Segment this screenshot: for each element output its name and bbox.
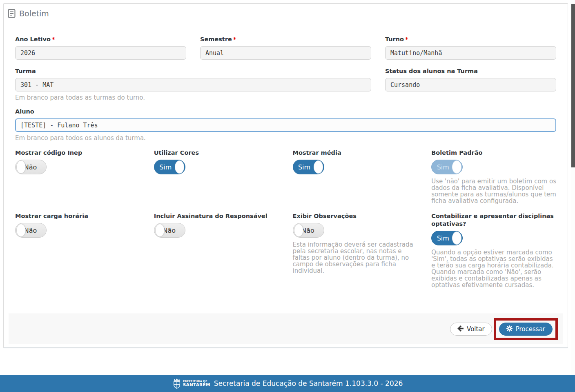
toggle-label: Incluir Assinatura do Responsável — [154, 212, 279, 220]
field-turma: Turma 301 - MAT Em branco para todas as … — [15, 67, 371, 101]
disciplinas-optativas-toggle[interactable]: Sim — [431, 231, 463, 245]
toggle-knob — [452, 160, 461, 174]
exibir-observacoes-toggle[interactable]: Não — [293, 223, 324, 238]
toggle-group-utilizar-cores: Utilizar Cores Sim — [154, 149, 279, 204]
toggle-group-mostrar-carga-horaria: Mostrar carga horária Não — [15, 212, 140, 288]
mostrar-carga-horaria-toggle[interactable]: Não — [15, 223, 47, 238]
field-semestre: Semestre* Anual — [200, 36, 371, 60]
toggle-knob — [175, 160, 184, 174]
vertical-scrollbar[interactable] — [571, 0, 575, 375]
toggle-knob — [294, 224, 303, 237]
field-label: Status dos alunos na Turma — [385, 67, 556, 75]
field-label: Aluno — [15, 108, 556, 116]
toggle-label: Exibir Observações — [293, 212, 418, 220]
prefeitura-santarem-logo: PREFEITURA DE SANTARÉM — [172, 378, 210, 389]
gear-icon — [506, 325, 513, 333]
boletim-card: Boletim Ano Letivo* 2026 Semestre* Anual… — [3, 3, 568, 348]
toggle-group-mostrar-codigo-inep: Mostrar código Inep Não — [15, 149, 140, 204]
toggle-knob — [16, 160, 26, 174]
toggle-group-exibir-observacoes: Exibir Observações Não Esta informação d… — [293, 212, 418, 288]
boletim-padrao-toggle: Sim — [431, 160, 463, 174]
toggle-knob — [16, 224, 26, 237]
semestre-input[interactable]: Anual — [200, 46, 371, 60]
logo-text-bottom: SANTARÉM — [183, 383, 210, 387]
toggle-label: Mostrar carga horária — [15, 212, 140, 220]
toggle-label: Mostrar média — [293, 149, 418, 157]
toggle-label: Contabilizar e apresentar disciplinas op… — [431, 212, 556, 228]
toggle-group-boletim-padrao: Boletim Padrão Sim Use 'não' para emitir… — [431, 149, 556, 204]
card-header: Boletim — [4, 4, 568, 22]
document-icon — [8, 9, 16, 18]
scrollbar-thumb[interactable] — [571, 4, 575, 167]
aluno-input[interactable]: [TESTE] - Fulano Três — [15, 118, 556, 132]
toggle-group-mostrar-media: Mostrar média Sim — [293, 149, 418, 204]
page-title: Boletim — [19, 9, 49, 18]
exibir-observacoes-helper-text: Esta informação deverá ser cadastrada pe… — [293, 241, 418, 274]
card-footer: Voltar — [9, 314, 563, 344]
voltar-button[interactable]: Voltar — [450, 323, 492, 336]
app-footer: PREFEITURA DE SANTARÉM Secretaria de Edu… — [0, 375, 575, 392]
turno-input[interactable]: Matutino/Manhã — [385, 46, 556, 60]
field-aluno: Aluno [TESTE] - Fulano Três Em branco pa… — [15, 108, 556, 142]
field-label: Ano Letivo — [15, 36, 51, 42]
ano-letivo-input[interactable]: 2026 — [15, 46, 186, 60]
processar-button[interactable]: Processar — [499, 323, 553, 336]
field-label: Turno — [385, 36, 404, 42]
toggle-label: Utilizar Cores — [154, 149, 279, 157]
mostrar-codigo-inep-toggle[interactable]: Não — [15, 160, 47, 174]
toggle-label: Mostrar código Inep — [15, 149, 140, 157]
required-asterisk: * — [233, 36, 236, 42]
mostrar-media-toggle[interactable]: Sim — [293, 160, 324, 174]
required-asterisk: * — [52, 36, 55, 42]
incluir-assinatura-toggle[interactable]: Não — [154, 223, 185, 238]
field-status-alunos: Status dos alunos na Turma Cursando — [385, 67, 556, 101]
field-turno: Turno* Matutino/Manhã — [385, 36, 556, 60]
field-label: Semestre — [200, 36, 232, 42]
toggle-group-incluir-assinatura: Incluir Assinatura do Responsável Não — [154, 212, 279, 288]
field-label: Turma — [15, 67, 371, 75]
highlight-box: Processar — [494, 318, 558, 340]
arrow-left-icon — [457, 325, 464, 333]
aluno-helper-text: Em branco para todos os alunos da turma. — [15, 134, 556, 142]
toggle-knob — [314, 160, 323, 174]
utilizar-cores-toggle[interactable]: Sim — [154, 160, 185, 174]
boletim-padrao-helper-text: Use 'não' para emitir um boletim com os … — [431, 178, 556, 204]
toggle-label: Boletim Padrão — [431, 149, 556, 157]
required-asterisk: * — [405, 36, 408, 42]
toggle-group-disciplinas-optativas: Contabilizar e apresentar disciplinas op… — [431, 212, 556, 288]
disciplinas-optativas-helper-text: Quando a opção estiver marcada como 'Sim… — [431, 249, 556, 288]
turma-input[interactable]: 301 - MAT — [15, 78, 371, 91]
toggle-knob — [452, 232, 461, 245]
toggle-knob — [155, 224, 165, 237]
status-alunos-input[interactable]: Cursando — [385, 78, 556, 91]
field-ano-letivo: Ano Letivo* 2026 — [15, 36, 186, 60]
footer-text: Secretaria de Educação de Santarém 1.103… — [214, 379, 403, 388]
turma-helper-text: Em branco para todas as turmas do turno. — [15, 94, 371, 101]
